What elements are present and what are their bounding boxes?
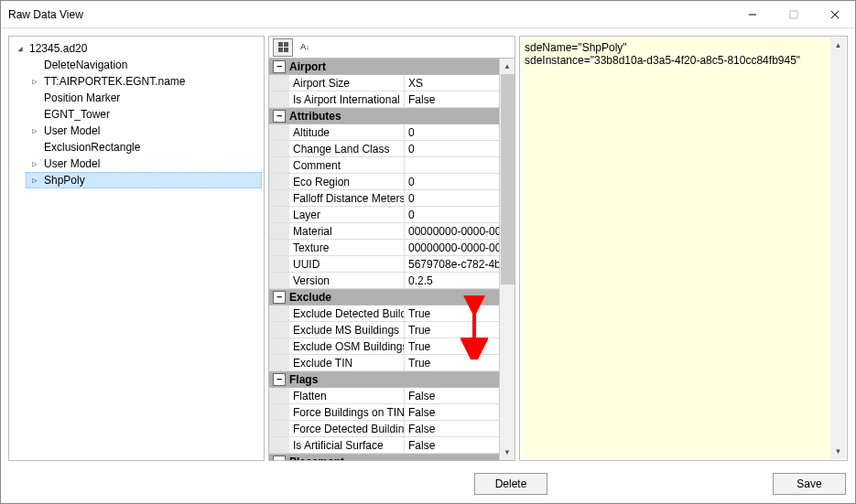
property-gutter: [269, 190, 289, 206]
collapse-icon[interactable]: ◢: [15, 43, 26, 54]
expand-icon[interactable]: ▷: [29, 125, 40, 136]
property-row[interactable]: Exclude TINTrue: [269, 355, 499, 371]
expander-placeholder: [29, 92, 40, 103]
property-value[interactable]: False: [405, 437, 499, 453]
property-value[interactable]: True: [405, 322, 499, 338]
tree-item-label: User Model: [44, 157, 100, 170]
property-gutter: [269, 256, 289, 272]
property-row[interactable]: Is Artificial SurfaceFalse: [269, 437, 499, 454]
property-gutter: [269, 207, 289, 222]
property-row[interactable]: Airport SizeXS: [269, 75, 499, 91]
property-category-name: Attributes: [289, 110, 341, 123]
property-value[interactable]: False: [405, 404, 499, 420]
property-name: Falloff Distance Meters: [289, 190, 405, 206]
property-row[interactable]: Exclude OSM BuildingsTrue: [269, 338, 499, 355]
property-name: Flatten: [289, 388, 405, 403]
expand-icon[interactable]: ▷: [29, 175, 40, 186]
categorized-icon: [278, 42, 288, 52]
property-row[interactable]: Force Detected BuildingFalse: [269, 421, 499, 437]
property-value[interactable]: 00000000-0000-000...: [405, 240, 499, 255]
category-collapse-icon[interactable]: −: [273, 456, 286, 460]
property-name: Comment: [289, 157, 405, 173]
property-value[interactable]: False: [405, 91, 499, 107]
property-value[interactable]: True: [405, 338, 499, 354]
property-value[interactable]: 0: [405, 141, 499, 156]
category-collapse-icon[interactable]: −: [273, 60, 286, 73]
property-value[interactable]: True: [405, 355, 499, 370]
property-category-header[interactable]: −Airport: [269, 59, 499, 75]
property-value[interactable]: 0: [405, 174, 499, 189]
scroll-thumb[interactable]: [501, 74, 515, 284]
property-row[interactable]: Version0.2.5: [269, 273, 499, 289]
property-row[interactable]: UUID5679708e-c782-4b8...: [269, 256, 499, 273]
alphabetical-button[interactable]: A↓: [295, 38, 315, 57]
property-name: Is Airport International: [289, 91, 405, 107]
property-category-header[interactable]: −Placement: [269, 454, 499, 460]
expander-placeholder: [29, 59, 40, 70]
tree-item[interactable]: ▷User Model: [26, 155, 262, 172]
property-value[interactable]: [405, 157, 499, 173]
property-value[interactable]: 0.2.5: [405, 273, 499, 288]
details-scrollbar[interactable]: ▲ ▼: [830, 38, 846, 459]
property-gutter: [269, 355, 289, 370]
tree-item[interactable]: ExclusionRectangle: [26, 139, 262, 155]
property-gutter: [269, 174, 289, 189]
tree-item[interactable]: DeleteNavigation: [26, 57, 262, 73]
property-scrollbar[interactable]: ▲ ▼: [499, 59, 515, 460]
category-collapse-icon[interactable]: −: [273, 291, 286, 304]
tree-item[interactable]: ▷ShpPoly: [26, 172, 262, 188]
scroll-down-icon[interactable]: ▼: [500, 445, 515, 460]
property-value[interactable]: 0: [405, 124, 499, 140]
save-button[interactable]: Save: [773, 473, 846, 495]
property-value[interactable]: 0: [405, 190, 499, 206]
property-row[interactable]: Texture00000000-0000-000...: [269, 240, 499, 256]
sort-az-icon: A↓: [300, 43, 309, 51]
minimize-icon: [748, 10, 757, 19]
property-row[interactable]: Exclude Detected Buildi...True: [269, 306, 499, 322]
property-value[interactable]: 5679708e-c782-4b8...: [405, 256, 499, 272]
minimize-button[interactable]: [731, 1, 773, 28]
property-row[interactable]: Change Land Class0: [269, 141, 499, 157]
category-collapse-icon[interactable]: −: [273, 110, 286, 123]
scroll-down-icon[interactable]: ▼: [830, 444, 846, 459]
property-category-header[interactable]: −Attributes: [269, 108, 499, 124]
categorized-button[interactable]: [273, 38, 293, 57]
property-value[interactable]: 0: [405, 207, 499, 222]
category-collapse-icon[interactable]: −: [273, 373, 286, 386]
property-grid[interactable]: −AirportAirport SizeXSIs Airport Interna…: [269, 59, 499, 460]
expander-placeholder: [29, 142, 40, 153]
property-row[interactable]: Falloff Distance Meters0: [269, 190, 499, 207]
property-row[interactable]: Is Airport InternationalFalse: [269, 91, 499, 108]
property-gutter: [269, 124, 289, 140]
expand-icon[interactable]: ▷: [29, 76, 40, 87]
property-value[interactable]: 00000000-0000-000...: [405, 223, 499, 239]
close-icon: [830, 10, 840, 19]
scroll-up-icon[interactable]: ▲: [830, 38, 846, 53]
tree-panel[interactable]: ◢ 12345.ad20 DeleteNavigation▷TT:AIRPORT…: [8, 36, 265, 461]
property-row[interactable]: Layer0: [269, 207, 499, 223]
property-row[interactable]: Material00000000-0000-000...: [269, 223, 499, 240]
tree-item[interactable]: ▷TT:AIRPORTEK.EGNT.name: [26, 73, 262, 90]
close-button[interactable]: [814, 1, 855, 28]
property-name: Is Artificial Surface: [289, 437, 405, 453]
property-value[interactable]: False: [405, 421, 499, 436]
delete-button[interactable]: Delete: [474, 473, 547, 495]
property-row[interactable]: Exclude MS BuildingsTrue: [269, 322, 499, 338]
property-value[interactable]: XS: [405, 75, 499, 91]
tree-item[interactable]: ▷User Model: [26, 123, 262, 139]
scroll-up-icon[interactable]: ▲: [500, 59, 515, 74]
property-value[interactable]: True: [405, 306, 499, 321]
expand-icon[interactable]: ▷: [29, 158, 40, 169]
tree-item[interactable]: EGNT_Tower: [26, 106, 262, 123]
tree-item[interactable]: Position Marker: [26, 90, 262, 106]
property-row[interactable]: Force Buildings on TINFalse: [269, 404, 499, 421]
details-text[interactable]: sdeName="ShpPoly" sdeInstance="33b8d10a-…: [521, 38, 830, 459]
property-value[interactable]: False: [405, 388, 499, 403]
property-row[interactable]: Eco Region0: [269, 174, 499, 190]
property-row[interactable]: FlattenFalse: [269, 388, 499, 404]
property-category-header[interactable]: −Exclude: [269, 289, 499, 306]
property-row[interactable]: Comment: [269, 157, 499, 174]
tree-root[interactable]: ◢ 12345.ad20: [11, 40, 262, 57]
property-row[interactable]: Altitude0: [269, 124, 499, 141]
property-category-header[interactable]: −Flags: [269, 371, 499, 388]
